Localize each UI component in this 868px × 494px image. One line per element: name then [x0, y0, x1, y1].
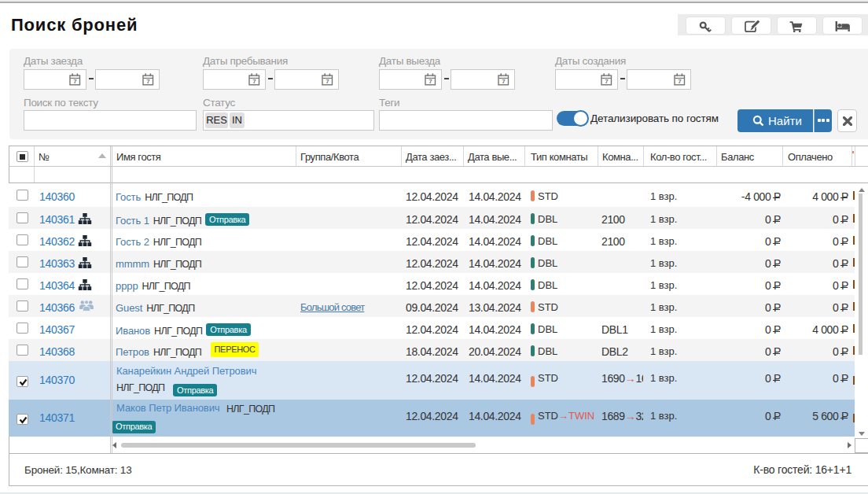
svg-text:7: 7 [146, 78, 150, 85]
svg-text:7: 7 [502, 78, 506, 85]
svg-text:7: 7 [678, 78, 682, 85]
svg-text:7: 7 [326, 78, 329, 85]
svg-text:7: 7 [605, 78, 609, 85]
svg-text:7: 7 [73, 78, 77, 85]
svg-text:7: 7 [252, 78, 256, 85]
svg-text:7: 7 [428, 78, 432, 85]
